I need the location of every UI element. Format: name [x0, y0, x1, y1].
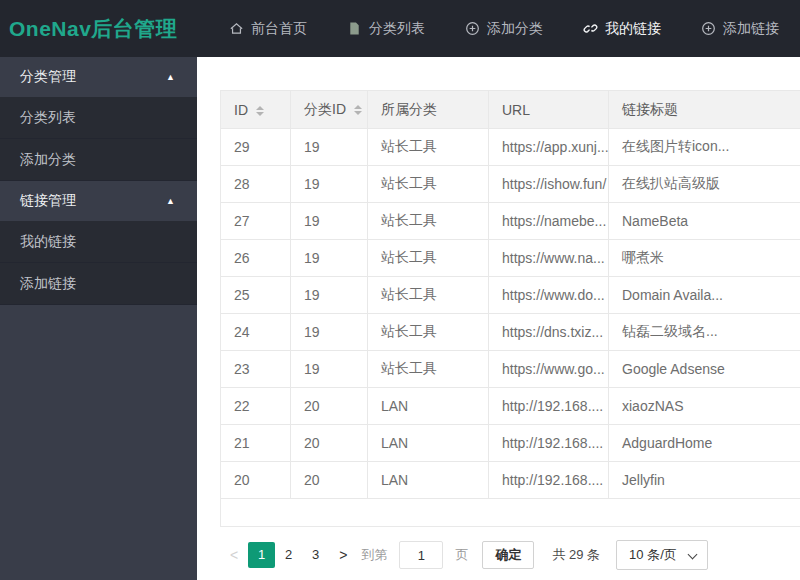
links-table: ID 分类ID 所属分类 URL 链接标题: [220, 90, 800, 499]
topnav-item-home[interactable]: 前台首页: [209, 0, 327, 57]
sidebar-item-category-list[interactable]: 分类列表: [0, 97, 197, 139]
topnav-item-label: 我的链接: [605, 20, 661, 38]
page-size-select[interactable]: 10 条/页: [616, 540, 708, 570]
column-header-id[interactable]: ID: [221, 91, 291, 129]
add-circle-icon: [701, 21, 716, 36]
table-cell: 在线图片转icon...: [609, 129, 800, 166]
table-cell: 钻磊二级域名...: [609, 314, 800, 351]
topnav-item-label: 添加分类: [487, 20, 543, 38]
table-cell: https://www.na...: [489, 240, 609, 277]
table-row: 2319站长工具https://www.go...Google Adsense: [221, 351, 800, 388]
total-count-label: 共 29 条: [552, 546, 600, 564]
table-cell: LAN: [368, 462, 489, 499]
sort-arrows-icon[interactable]: [256, 106, 264, 116]
table-cell: 19: [291, 351, 368, 388]
table-cell: https://app.xunj...: [489, 129, 609, 166]
topnav-item-add-link[interactable]: 添加链接: [681, 0, 799, 57]
table-cell: LAN: [368, 425, 489, 462]
table-cell: 站长工具: [368, 351, 489, 388]
topbar: OneNav后台管理 前台首页 分类列表 添加分类 我的链接: [0, 0, 800, 57]
triangle-up-icon: ▲: [166, 196, 175, 206]
topnav-item-label: 添加链接: [723, 20, 779, 38]
sidebar-item-my-links[interactable]: 我的链接: [0, 221, 197, 263]
table-header-row: ID 分类ID 所属分类 URL 链接标题: [221, 91, 800, 129]
table-cell: Domain Availa...: [609, 277, 800, 314]
table-cell: 24: [221, 314, 291, 351]
links-table-wrapper: ID 分类ID 所属分类 URL 链接标题: [220, 90, 800, 527]
column-header-category: 所属分类: [368, 91, 489, 129]
top-navigation: 前台首页 分类列表 添加分类 我的链接 添加链接: [209, 0, 799, 57]
table-row: 2619站长工具https://www.na...哪煮米: [221, 240, 800, 277]
confirm-button[interactable]: 确定: [482, 541, 534, 569]
table-cell: 21: [221, 425, 291, 462]
table-cell: Google Adsense: [609, 351, 800, 388]
page-unit-label: 页: [455, 546, 468, 564]
table-cell: https://dns.txiz...: [489, 314, 609, 351]
page-button-1[interactable]: 1: [248, 542, 275, 568]
table-cell: 23: [221, 351, 291, 388]
table-cell: 19: [291, 277, 368, 314]
table-cell: LAN: [368, 388, 489, 425]
goto-page-label: 到第: [361, 546, 387, 564]
table-cell: https://ishow.fun/: [489, 166, 609, 203]
table-cell: 20: [291, 462, 368, 499]
sidebar-item-add-link[interactable]: 添加链接: [0, 263, 197, 305]
table-cell: 19: [291, 314, 368, 351]
table-cell: 站长工具: [368, 277, 489, 314]
sidebar-item-label: 分类列表: [20, 109, 76, 127]
app-logo: OneNav后台管理: [0, 15, 197, 43]
table-row: 2519站长工具https://www.do...Domain Availa..…: [221, 277, 800, 314]
table-cell: 站长工具: [368, 203, 489, 240]
topnav-item-my-links[interactable]: 我的链接: [563, 0, 681, 57]
sidebar-group-link-management[interactable]: 链接管理 ▲: [0, 181, 197, 221]
table-cell: http://192.168....: [489, 425, 609, 462]
sidebar-item-label: 我的链接: [20, 233, 76, 251]
sidebar-item-add-category[interactable]: 添加分类: [0, 139, 197, 181]
document-icon: [347, 21, 362, 36]
table-cell: http://192.168....: [489, 462, 609, 499]
sidebar-group-label: 链接管理: [20, 192, 76, 210]
pagination: < 1 2 3 > 到第 页 确定 共 29 条 10 条/页: [220, 540, 800, 570]
table-cell: 站长工具: [368, 314, 489, 351]
page-button-3[interactable]: 3: [302, 542, 329, 568]
table-cell: 20: [291, 425, 368, 462]
table-row: 2220LANhttp://192.168....xiaozNAS: [221, 388, 800, 425]
page-size-value: 10 条/页: [629, 546, 677, 564]
sidebar-group-label: 分类管理: [20, 68, 76, 86]
column-header-category-id[interactable]: 分类ID: [291, 91, 368, 129]
next-page-button[interactable]: >: [329, 547, 357, 563]
table-cell: 29: [221, 129, 291, 166]
table-cell: 19: [291, 203, 368, 240]
prev-page-button[interactable]: <: [220, 547, 248, 563]
table-row: 2919站长工具https://app.xunj...在线图片转icon...: [221, 129, 800, 166]
topnav-item-label: 分类列表: [369, 20, 425, 38]
table-row: 2719站长工具https://namebe...NameBeta: [221, 203, 800, 240]
table-cell: https://namebe...: [489, 203, 609, 240]
column-header-url: URL: [489, 91, 609, 129]
table-cell: Jellyfin: [609, 462, 800, 499]
goto-page-input[interactable]: [399, 541, 443, 569]
table-cell: 27: [221, 203, 291, 240]
sort-arrows-icon[interactable]: [354, 105, 362, 115]
table-row: 2819站长工具https://ishow.fun/在线扒站高级版: [221, 166, 800, 203]
table-cell: 哪煮米: [609, 240, 800, 277]
table-cell: 站长工具: [368, 240, 489, 277]
table-cell: https://www.do...: [489, 277, 609, 314]
link-icon: [583, 21, 598, 36]
page-button-2[interactable]: 2: [275, 542, 302, 568]
table-cell: NameBeta: [609, 203, 800, 240]
table-row: 2419站长工具https://dns.txiz...钻磊二级域名...: [221, 314, 800, 351]
topnav-item-add-category[interactable]: 添加分类: [445, 0, 563, 57]
table-row: 2120LANhttp://192.168....AdguardHome: [221, 425, 800, 462]
table-cell: https://www.go...: [489, 351, 609, 388]
table-cell: 站长工具: [368, 166, 489, 203]
table-cell: 19: [291, 129, 368, 166]
topnav-item-category-list[interactable]: 分类列表: [327, 0, 445, 57]
table-cell: 26: [221, 240, 291, 277]
table-row: 2020LANhttp://192.168....Jellyfin: [221, 462, 800, 499]
sidebar-group-category-management[interactable]: 分类管理 ▲: [0, 57, 197, 97]
triangle-up-icon: ▲: [166, 72, 175, 82]
table-cell: xiaozNAS: [609, 388, 800, 425]
chevron-down-icon: [687, 550, 697, 560]
table-cell: 28: [221, 166, 291, 203]
